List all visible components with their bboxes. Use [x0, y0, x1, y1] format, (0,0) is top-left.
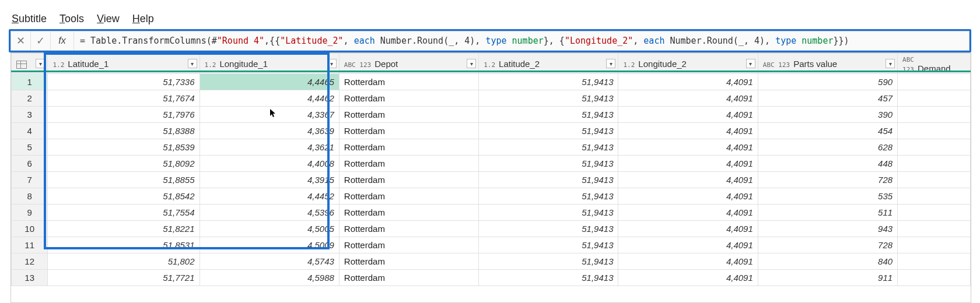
cell-longitude-2[interactable]: 4,4091 — [618, 123, 758, 139]
formula-input[interactable]: = Table.TransformColumns(#"Round 4",{{"L… — [74, 36, 969, 46]
cell-parts-value[interactable]: 590 — [758, 74, 897, 90]
cell-longitude-1[interactable]: 4,4462 — [200, 90, 339, 107]
menu-subtitle[interactable]: Subtitle — [12, 13, 47, 28]
cell-latitude-1[interactable]: 51,8092 — [48, 156, 200, 172]
cell-longitude-2[interactable]: 4,4091 — [618, 188, 758, 205]
cell-depot[interactable]: Rotterdam — [339, 188, 478, 205]
row-header[interactable]: 4 — [12, 123, 48, 139]
chevron-down-icon[interactable]: ▾ — [188, 59, 197, 68]
cell-demand[interactable] — [898, 188, 971, 205]
table-row[interactable]: 751,88554,3915Rotterdam51,94134,4091728 — [12, 172, 971, 188]
row-header[interactable]: 11 — [12, 237, 48, 253]
cell-depot[interactable]: Rotterdam — [339, 107, 478, 123]
chevron-down-icon[interactable]: ▾ — [467, 59, 476, 68]
cell-longitude-1[interactable]: 4,4452 — [200, 188, 339, 205]
row-header[interactable]: 9 — [12, 205, 48, 221]
cell-longitude-1[interactable]: 4,4008 — [200, 156, 339, 172]
formula-cancel-button[interactable]: ✕ — [11, 31, 31, 50]
chevron-down-icon[interactable]: ▾ — [886, 59, 895, 68]
cell-longitude-2[interactable]: 4,4091 — [618, 156, 758, 172]
chevron-down-icon[interactable]: ▾ — [746, 59, 755, 68]
cell-longitude-2[interactable]: 4,4091 — [618, 90, 758, 107]
cell-parts-value[interactable]: 911 — [758, 270, 897, 286]
cell-depot[interactable]: Rotterdam — [339, 172, 478, 188]
cell-demand[interactable] — [898, 237, 971, 253]
cell-longitude-1[interactable]: 4,3639 — [200, 123, 339, 139]
cell-longitude-2[interactable]: 4,4091 — [618, 107, 758, 123]
cell-latitude-1[interactable]: 51,7976 — [48, 107, 200, 123]
row-header[interactable]: 7 — [12, 172, 48, 188]
cell-demand[interactable] — [898, 139, 971, 156]
table-row[interactable]: 651,80924,4008Rotterdam51,94134,4091448 — [12, 156, 971, 172]
cell-latitude-2[interactable]: 51,9413 — [479, 156, 618, 172]
cell-longitude-1[interactable]: 4,5743 — [200, 253, 339, 270]
cell-longitude-1[interactable]: 4,4465 — [200, 74, 339, 90]
cell-latitude-2[interactable]: 51,9413 — [479, 221, 618, 237]
table-row[interactable]: 1151,85314,5009Rotterdam51,94134,4091728 — [12, 237, 971, 253]
table-row[interactable]: 451,83884,3639Rotterdam51,94134,4091454 — [12, 123, 971, 139]
table-row[interactable]: 151,73364,4465Rotterdam51,94134,4091590 — [12, 74, 971, 90]
row-header[interactable]: 10 — [12, 221, 48, 237]
cell-demand[interactable] — [898, 107, 971, 123]
cell-latitude-2[interactable]: 51,9413 — [479, 253, 618, 270]
cell-latitude-2[interactable]: 51,9413 — [479, 74, 618, 90]
cell-demand[interactable] — [898, 221, 971, 237]
cell-parts-value[interactable]: 840 — [758, 253, 897, 270]
row-header[interactable]: 6 — [12, 156, 48, 172]
cell-depot[interactable]: Rotterdam — [339, 123, 478, 139]
cell-latitude-2[interactable]: 51,9413 — [479, 172, 618, 188]
cell-longitude-1[interactable]: 4,5396 — [200, 205, 339, 221]
cell-demand[interactable] — [898, 123, 971, 139]
cell-depot[interactable]: Rotterdam — [339, 139, 478, 156]
cell-depot[interactable]: Rotterdam — [339, 253, 478, 270]
cell-depot[interactable]: Rotterdam — [339, 90, 478, 107]
chevron-down-icon[interactable]: ▾ — [327, 59, 337, 68]
cell-parts-value[interactable]: 535 — [758, 188, 897, 205]
cell-longitude-1[interactable]: 4,3367 — [200, 107, 339, 123]
cell-demand[interactable] — [898, 205, 971, 221]
cell-demand[interactable] — [898, 253, 971, 270]
cell-latitude-2[interactable]: 51,9413 — [479, 139, 618, 156]
cell-longitude-1[interactable]: 4,3915 — [200, 172, 339, 188]
chevron-down-icon[interactable]: ▾ — [36, 59, 45, 68]
table-row[interactable]: 251,76744,4462Rotterdam51,94134,4091457 — [12, 90, 971, 107]
table-row[interactable]: 1251,8024,5743Rotterdam51,94134,4091840 — [12, 253, 971, 270]
cell-parts-value[interactable]: 457 — [758, 90, 897, 107]
table-row[interactable]: 951,75544,5396Rotterdam51,94134,4091511 — [12, 205, 971, 221]
row-header[interactable]: 1 — [12, 74, 48, 90]
cell-latitude-2[interactable]: 51,9413 — [479, 270, 618, 286]
row-header[interactable]: 13 — [12, 270, 48, 286]
cell-latitude-1[interactable]: 51,8539 — [48, 139, 200, 156]
cell-parts-value[interactable]: 511 — [758, 205, 897, 221]
cell-longitude-1[interactable]: 4,5005 — [200, 221, 339, 237]
cell-latitude-2[interactable]: 51,9413 — [479, 107, 618, 123]
cell-latitude-1[interactable]: 51,802 — [48, 253, 200, 270]
menu-tools[interactable]: Tools — [60, 13, 84, 28]
table-row[interactable]: 1351,77214,5988Rotterdam51,94134,4091911 — [12, 270, 971, 286]
row-header[interactable]: 3 — [12, 107, 48, 123]
cell-longitude-2[interactable]: 4,4091 — [618, 74, 758, 90]
cell-latitude-1[interactable]: 51,8221 — [48, 221, 200, 237]
table-row[interactable]: 551,85394,3621Rotterdam51,94134,4091628 — [12, 139, 971, 156]
cell-latitude-1[interactable]: 51,8855 — [48, 172, 200, 188]
cell-latitude-2[interactable]: 51,9413 — [479, 188, 618, 205]
cell-longitude-2[interactable]: 4,4091 — [618, 221, 758, 237]
cell-longitude-2[interactable]: 4,4091 — [618, 253, 758, 270]
cell-depot[interactable]: Rotterdam — [339, 156, 478, 172]
cell-latitude-1[interactable]: 51,7336 — [48, 74, 200, 90]
cell-longitude-2[interactable]: 4,4091 — [618, 139, 758, 156]
cell-depot[interactable]: Rotterdam — [339, 74, 478, 90]
cell-depot[interactable]: Rotterdam — [339, 221, 478, 237]
cell-longitude-1[interactable]: 4,3621 — [200, 139, 339, 156]
cell-latitude-2[interactable]: 51,9413 — [479, 90, 618, 107]
cell-demand[interactable] — [898, 270, 971, 286]
cell-depot[interactable]: Rotterdam — [339, 270, 478, 286]
row-header[interactable]: 2 — [12, 90, 48, 107]
cell-demand[interactable] — [898, 90, 971, 107]
table-row[interactable]: 351,79764,3367Rotterdam51,94134,4091390 — [12, 107, 971, 123]
cell-latitude-1[interactable]: 51,8531 — [48, 237, 200, 253]
cell-parts-value[interactable]: 628 — [758, 139, 897, 156]
cell-longitude-2[interactable]: 4,4091 — [618, 205, 758, 221]
menu-view[interactable]: View — [97, 13, 120, 28]
cell-depot[interactable]: Rotterdam — [339, 237, 478, 253]
